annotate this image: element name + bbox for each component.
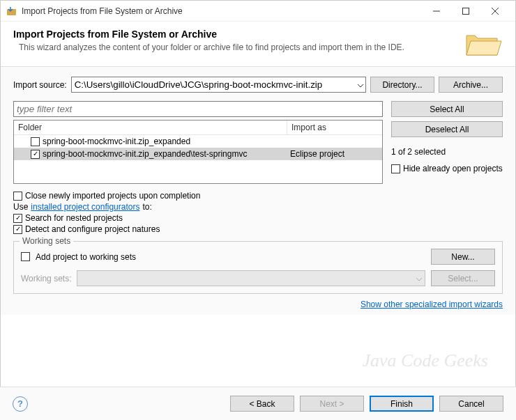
hide-open-label: Hide already open projects bbox=[403, 164, 503, 173]
watermark: Java Code Geeks bbox=[363, 350, 488, 371]
column-folder[interactable]: Folder bbox=[14, 120, 287, 134]
column-import-as[interactable]: Import as bbox=[287, 120, 382, 134]
configurators-link[interactable]: installed project configurators bbox=[31, 202, 139, 212]
cancel-button[interactable]: Cancel bbox=[439, 396, 503, 412]
project-tree[interactable]: Folder Import as spring-boot-mockmvc-ini… bbox=[13, 120, 383, 184]
use-prefix: Use bbox=[13, 202, 28, 212]
import-as-value: Eclipse project bbox=[286, 149, 381, 159]
checkbox-icon[interactable] bbox=[31, 150, 40, 159]
window-title: Import Projects from File System or Arch… bbox=[22, 6, 422, 16]
import-icon bbox=[6, 6, 17, 17]
search-nested-label: Search for nested projects bbox=[25, 213, 123, 223]
filter-input[interactable] bbox=[13, 101, 383, 117]
hide-open-checkbox[interactable] bbox=[391, 164, 400, 173]
maximize-button[interactable] bbox=[451, 1, 480, 21]
close-on-complete-checkbox[interactable] bbox=[13, 192, 22, 201]
content-area: Import source: Directory... Archive... F… bbox=[1, 67, 515, 315]
selection-info: 1 of 2 selected bbox=[391, 147, 503, 157]
deselect-all-button[interactable]: Deselect All bbox=[391, 121, 503, 137]
select-working-set-button: Select... bbox=[431, 270, 495, 286]
back-button[interactable]: < Back bbox=[230, 396, 294, 412]
working-sets-combo-label: Working sets: bbox=[21, 274, 71, 283]
next-button: Next > bbox=[300, 396, 364, 412]
help-icon[interactable]: ? bbox=[13, 396, 28, 412]
footer: ? < Back Next > Finish Cancel bbox=[0, 387, 516, 420]
detect-natures-checkbox[interactable] bbox=[13, 225, 22, 234]
minimize-button[interactable] bbox=[422, 1, 451, 21]
folder-name: spring-boot-mockmvc-init.zip_expanded bbox=[43, 137, 190, 146]
specialized-wizards-link[interactable]: Show other specialized import wizards bbox=[361, 300, 503, 309]
add-to-working-sets-label: Add project to working sets bbox=[36, 252, 136, 262]
add-to-working-sets-checkbox[interactable] bbox=[21, 252, 30, 261]
checkbox-icon[interactable] bbox=[31, 137, 40, 146]
options-group: Close newly imported projects upon compl… bbox=[13, 191, 503, 234]
import-source-input[interactable] bbox=[71, 77, 366, 93]
import-source-label: Import source: bbox=[13, 80, 67, 90]
select-all-button[interactable]: Select All bbox=[391, 101, 503, 117]
working-sets-combo bbox=[77, 270, 425, 286]
banner-description: This wizard analyzes the content of your… bbox=[13, 42, 457, 52]
finish-button[interactable]: Finish bbox=[370, 396, 434, 412]
use-suffix: to: bbox=[142, 202, 151, 212]
table-row[interactable]: spring-boot-mockmvc-init.zip_expanded\te… bbox=[14, 148, 382, 160]
archive-button[interactable]: Archive... bbox=[439, 77, 503, 93]
close-button[interactable] bbox=[480, 1, 510, 21]
directory-button[interactable]: Directory... bbox=[370, 77, 434, 93]
working-sets-group: Working sets Add project to working sets… bbox=[13, 241, 503, 294]
search-nested-checkbox[interactable] bbox=[13, 214, 22, 223]
svg-rect-2 bbox=[463, 8, 469, 14]
detect-natures-label: Detect and configure project natures bbox=[25, 224, 160, 234]
table-row[interactable]: spring-boot-mockmvc-init.zip_expanded bbox=[14, 135, 382, 148]
banner-title: Import Projects from File System or Arch… bbox=[13, 29, 457, 40]
new-working-set-button[interactable]: New... bbox=[431, 249, 495, 265]
tree-header: Folder Import as bbox=[14, 120, 382, 135]
working-sets-legend: Working sets bbox=[20, 236, 73, 246]
titlebar: Import Projects from File System or Arch… bbox=[1, 1, 515, 22]
chevron-down-icon bbox=[416, 274, 422, 283]
close-on-complete-label: Close newly imported projects upon compl… bbox=[25, 191, 200, 201]
folder-open-icon bbox=[464, 29, 503, 58]
folder-name: spring-boot-mockmvc-init.zip_expanded\te… bbox=[43, 149, 247, 159]
banner: Import Projects from File System or Arch… bbox=[1, 22, 515, 67]
